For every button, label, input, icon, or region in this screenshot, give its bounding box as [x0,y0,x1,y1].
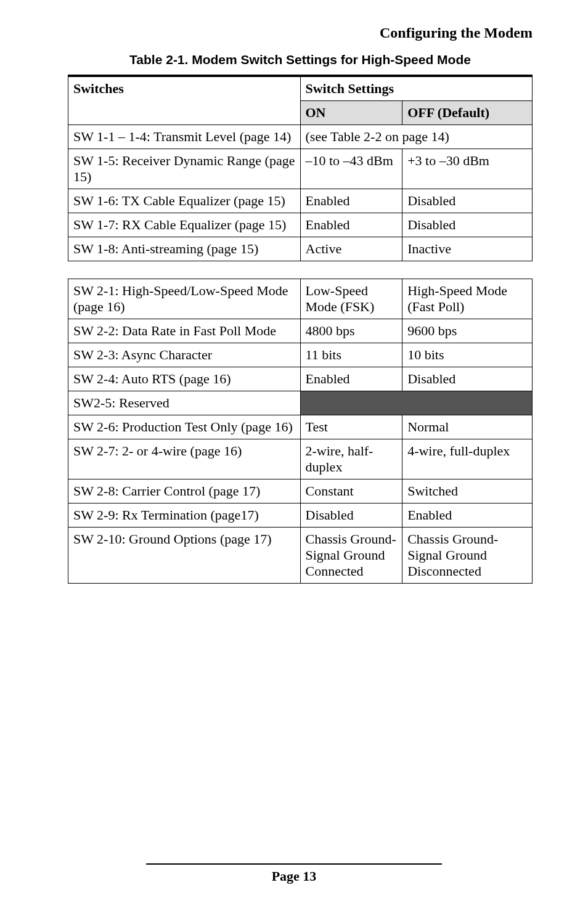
switch-on-value: Enabled [300,367,402,391]
switch-off-value: Disabled [402,367,533,391]
switch-label: SW 2-9: Rx Termination (page17) [68,503,301,528]
table-row: SW 2-4: Auto RTS (page 16) Enabled Disab… [68,367,533,391]
switch-off-value: Inactive [402,237,533,261]
table-row: SW 1-7: RX Cable Equalizer (page 15) Ena… [68,213,533,237]
switch-on-value: Disabled [300,503,402,528]
table-header-row: Switches Switch Settings [68,76,533,101]
switch-label: SW 1-1 – 1-4: Transmit Level (page 14) [68,125,301,149]
switch-on-value: 2-wire, half-duplex [300,439,402,479]
switch-off-value: 4-wire, full-duplex [402,439,533,479]
switch-on-value: Low-Speed Mode (FSK) [300,279,402,319]
switch-on-value: Constant [300,479,402,503]
table-row: SW 2-7: 2- or 4-wire (page 16) 2-wire, h… [68,439,533,479]
table-gap [68,261,533,279]
switch-label: SW2-5: Reserved [68,391,301,415]
table-caption: Table 2-1. Modem Switch Settings for Hig… [68,52,533,67]
footer-rule [146,863,442,865]
table-row: SW 1-5: Receiver Dynamic Range (page 15)… [68,149,533,189]
switch-off-value: Switched [402,479,533,503]
table-1: Switches Switch Settings ON OFF (Default… [68,75,533,261]
table-2: SW 2-1: High-Speed/Low-Speed Mode (page … [68,279,533,584]
switch-off-value: Chassis Ground-Signal Ground Disconnecte… [402,528,533,584]
switch-on-value: Chassis Ground-Signal Ground Connected [300,528,402,584]
page-title: Configuring the Modem [68,25,533,41]
switch-span-value: (see Table 2-2 on page 14) [300,125,533,149]
switch-label: SW 1-8: Anti-streaming (page 15) [68,237,301,261]
switch-label: SW 2-1: High-Speed/Low-Speed Mode (page … [68,279,301,319]
switch-on-value: Test [300,415,402,439]
switch-on-value: 4800 bps [300,319,402,343]
switch-off-value: +3 to –30 dBm [402,149,533,189]
switch-label: SW 2-8: Carrier Control (page 17) [68,479,301,503]
switch-label: SW 1-7: RX Cable Equalizer (page 15) [68,213,301,237]
switch-on-value: –10 to –43 dBm [300,149,402,189]
page: Configuring the Modem Table 2-1. Modem S… [0,0,588,909]
table-row: SW 2-1: High-Speed/Low-Speed Mode (page … [68,279,533,319]
page-number: Page 13 [272,868,317,884]
switch-on-value: Active [300,237,402,261]
switch-label: SW 1-6: TX Cable Equalizer (page 15) [68,189,301,213]
col-header-switches: Switches [68,76,301,125]
table-row: SW 2-6: Production Test Only (page 16) T… [68,415,533,439]
table-row: SW 2-2: Data Rate in Fast Poll Mode 4800… [68,319,533,343]
table-row: SW 2-8: Carrier Control (page 17) Consta… [68,479,533,503]
switch-on-value: 11 bits [300,343,402,367]
table-row: SW 1-6: TX Cable Equalizer (page 15) Ena… [68,189,533,213]
switch-off-value: Enabled [402,503,533,528]
switch-label: SW 2-10: Ground Options (page 17) [68,528,301,584]
switch-off-value: Normal [402,415,533,439]
switch-off-value: 10 bits [402,343,533,367]
table-row: SW 2-9: Rx Termination (page17) Disabled… [68,503,533,528]
switch-label: SW 2-6: Production Test Only (page 16) [68,415,301,439]
table-row: SW 1-1 – 1-4: Transmit Level (page 14) (… [68,125,533,149]
switch-label: SW 2-3: Async Character [68,343,301,367]
col-header-off: OFF (Default) [402,101,533,125]
switch-off-value: Disabled [402,189,533,213]
switch-off-value: Disabled [402,213,533,237]
switch-label: SW 2-2: Data Rate in Fast Poll Mode [68,319,301,343]
reserved-cell [300,391,533,415]
col-header-settings: Switch Settings [300,76,533,101]
switch-label: SW 1-5: Receiver Dynamic Range (page 15) [68,149,301,189]
table-row: SW 2-10: Ground Options (page 17) Chassi… [68,528,533,584]
switch-on-value: Enabled [300,213,402,237]
table-row: SW 2-3: Async Character 11 bits 10 bits [68,343,533,367]
switch-on-value: Enabled [300,189,402,213]
page-footer: Page 13 [0,860,588,884]
switch-off-value: 9600 bps [402,319,533,343]
table-row: SW 1-8: Anti-streaming (page 15) Active … [68,237,533,261]
table-row: SW2-5: Reserved [68,391,533,415]
col-header-on: ON [300,101,402,125]
switch-off-value: High-Speed Mode (Fast Poll) [402,279,533,319]
switch-label: SW 2-7: 2- or 4-wire (page 16) [68,439,301,479]
switch-label: SW 2-4: Auto RTS (page 16) [68,367,301,391]
